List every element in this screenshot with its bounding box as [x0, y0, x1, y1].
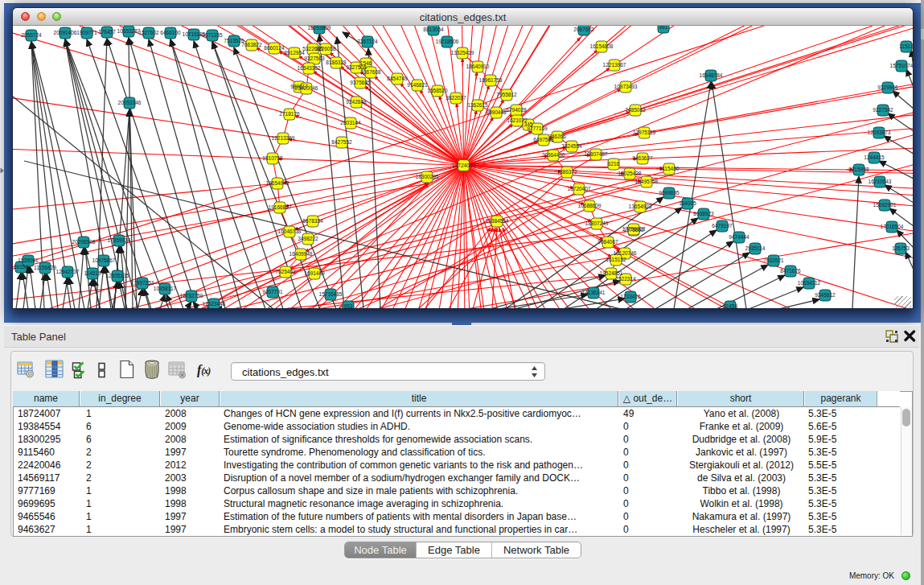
svg-text:12942737: 12942737: [56, 269, 80, 274]
svg-text:16782759: 16782759: [180, 293, 203, 299]
svg-text:20206506: 20206506: [72, 239, 96, 245]
svg-text:9245612: 9245612: [815, 292, 836, 298]
svg-text:18640910: 18640910: [466, 64, 490, 69]
svg-text:9084067: 9084067: [598, 239, 618, 245]
svg-text:10807487: 10807487: [585, 151, 608, 157]
svg-text:114519: 114519: [84, 270, 101, 276]
svg-text:14136141: 14136141: [582, 290, 606, 295]
svg-text:23420046: 23420046: [295, 85, 318, 91]
svg-text:13495758: 13495758: [635, 179, 659, 184]
svg-text:9242848: 9242848: [346, 99, 367, 105]
svg-text:18724007: 18724007: [452, 163, 475, 168]
svg-text:17756928: 17756928: [622, 226, 646, 232]
svg-text:39154: 39154: [14, 264, 28, 270]
svg-text:17359934: 17359934: [108, 237, 131, 243]
svg-text:1733426: 1733426: [620, 294, 641, 299]
svg-text:7955812: 7955812: [496, 92, 517, 97]
svg-text:9463627: 9463627: [632, 155, 653, 161]
svg-text:1558520: 1558520: [427, 88, 448, 93]
svg-text:19524851: 19524851: [600, 270, 623, 276]
svg-text:12323446: 12323446: [203, 301, 226, 307]
svg-text:9457791: 9457791: [262, 289, 283, 295]
svg-text:2718176: 2718176: [279, 111, 300, 117]
svg-text:2087682: 2087682: [573, 27, 594, 32]
svg-text:1691449: 1691449: [304, 270, 325, 276]
svg-text:7485063: 7485063: [625, 107, 646, 113]
svg-text:12093873: 12093873: [868, 130, 891, 135]
svg-text:16543362: 16543362: [298, 65, 321, 71]
svg-text:12213967: 12213967: [603, 62, 626, 68]
svg-text:1546: 1546: [360, 60, 372, 66]
svg-text:19166827: 19166827: [269, 204, 292, 210]
svg-text:9329966: 9329966: [877, 84, 898, 90]
svg-text:20053346: 20053346: [118, 100, 142, 105]
svg-text:7386372: 7386372: [556, 169, 577, 175]
svg-text:20364436: 20364436: [542, 152, 565, 158]
svg-text:8186328: 8186328: [326, 60, 347, 65]
svg-text:1615152: 1615152: [606, 257, 626, 262]
svg-text:2522314: 2522314: [615, 276, 636, 282]
svg-text:9671355: 9671355: [202, 32, 223, 38]
svg-text:17016504: 17016504: [881, 224, 904, 229]
svg-text:8912954: 8912954: [284, 50, 305, 56]
svg-text:11156829: 11156829: [34, 265, 56, 270]
svg-text:12505135: 12505135: [106, 273, 129, 278]
svg-text:16053809: 16053809: [308, 26, 331, 31]
svg-text:12213369: 12213369: [272, 135, 295, 141]
svg-text:8813054: 8813054: [423, 27, 444, 32]
svg-text:7357224: 7357224: [357, 39, 378, 44]
svg-text:7625402: 7625402: [275, 269, 296, 274]
svg-text:16409948: 16409948: [290, 251, 313, 257]
svg-text:2055724: 2055724: [21, 32, 42, 38]
svg-text:8938923: 8938923: [693, 211, 714, 216]
svg-text:16648784: 16648784: [700, 72, 723, 78]
svg-text:8427552: 8427552: [331, 139, 352, 145]
svg-text:2803144: 2803144: [340, 120, 361, 126]
svg-text:10120746: 10120746: [614, 250, 637, 256]
svg-text:126753: 126753: [892, 245, 910, 251]
svg-text:7663822: 7663822: [241, 42, 262, 47]
svg-text:6479197: 6479197: [712, 223, 733, 229]
svg-text:8990448: 8990448: [486, 109, 507, 115]
svg-text:6216: 6216: [608, 161, 620, 167]
svg-text:19218506: 19218506: [436, 39, 459, 44]
svg-text:746266: 746266: [548, 134, 566, 139]
svg-text:20091406: 20091406: [54, 30, 77, 35]
svg-text:19654943: 19654943: [266, 180, 290, 186]
svg-text:3822037: 3822037: [446, 95, 466, 101]
svg-text:2935114: 2935114: [745, 245, 766, 251]
svg-text:10688609: 10688609: [578, 203, 602, 208]
svg-text:18720407: 18720407: [568, 186, 591, 192]
svg-text:6466100: 6466100: [160, 30, 181, 35]
svg-text:8215958: 8215958: [848, 167, 869, 172]
svg-text:17957253: 17957253: [131, 280, 154, 286]
svg-text:1909771: 1909771: [76, 30, 97, 35]
svg-text:10973493: 10973493: [614, 84, 638, 89]
svg-text:16154808: 16154808: [590, 43, 614, 49]
svg-text:2367608: 2367608: [360, 69, 381, 75]
svg-text:1244415: 1244415: [864, 154, 885, 160]
svg-text:8678334: 8678334: [302, 218, 323, 224]
svg-text:10025438: 10025438: [618, 171, 642, 176]
svg-text:10653287: 10653287: [117, 28, 141, 34]
svg-text:10654112: 10654112: [798, 280, 821, 286]
svg-text:1535061: 1535061: [18, 257, 39, 263]
svg-text:19384554: 19384554: [486, 218, 509, 224]
svg-text:3226058: 3226058: [315, 46, 336, 51]
svg-text:1527602: 1527602: [138, 30, 159, 35]
svg-text:92456: 92456: [723, 303, 737, 308]
svg-text:10958117: 10958117: [154, 286, 177, 291]
svg-text:7632621: 7632621: [763, 257, 784, 263]
svg-text:9699695: 9699695: [659, 190, 680, 196]
svg-text:16961758: 16961758: [479, 77, 503, 83]
svg-text:9375685: 9375685: [350, 80, 371, 85]
svg-text:18300295: 18300295: [416, 174, 439, 179]
svg-text:15692901: 15692901: [873, 202, 897, 208]
svg-text:961: 961: [659, 26, 668, 30]
svg-text:10975867: 10975867: [92, 257, 116, 263]
svg-text:9146821: 9146821: [407, 82, 428, 88]
svg-text:8454749: 8454749: [387, 76, 408, 81]
svg-text:9115460: 9115460: [659, 166, 680, 171]
svg-text:15716485: 15716485: [319, 291, 343, 297]
svg-text:16210643: 16210643: [869, 179, 892, 184]
